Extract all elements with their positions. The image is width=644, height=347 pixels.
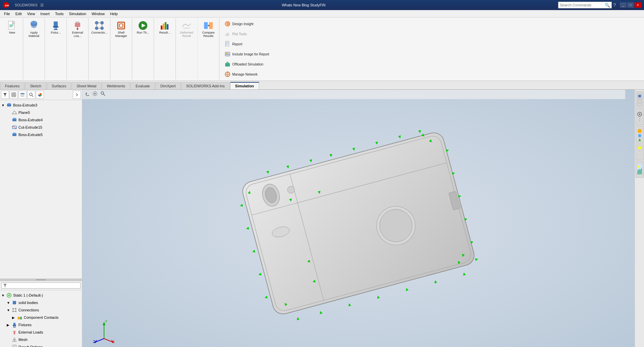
filter-tool[interactable] <box>1 91 9 99</box>
svg-text:▼: ▼ <box>245 225 251 231</box>
sim-icon-connections <box>11 307 17 313</box>
sim-search <box>0 281 82 290</box>
menu-help[interactable]: Help <box>107 10 120 17</box>
svg-rect-87 <box>20 317 22 319</box>
external-loads-button[interactable]: External Loa... <box>69 19 86 39</box>
svg-rect-90 <box>13 325 16 326</box>
close-button[interactable]: ✕ <box>635 2 641 8</box>
menu-window[interactable]: Window <box>89 10 107 17</box>
svg-point-111 <box>101 92 104 94</box>
search-icon[interactable]: 🔍 <box>605 3 610 8</box>
sidebar-divider[interactable] <box>0 278 82 281</box>
tab-dimxpert[interactable]: DimXpert <box>155 82 181 89</box>
zoom-icon[interactable] <box>100 91 107 98</box>
new-button[interactable]: New <box>3 19 21 36</box>
offloaded-simulation-label: Offloaded Simulation <box>232 62 263 66</box>
menu-file[interactable]: File <box>1 10 13 17</box>
toolbar-section-compare: Compare Results <box>198 18 219 80</box>
minimize-button[interactable]: _ <box>620 2 627 8</box>
tree-expand-boss-extrude3[interactable]: ▼ <box>1 103 6 107</box>
tab-weldments[interactable]: Weldments <box>102 82 130 89</box>
tree-icon-plane5 <box>11 110 17 116</box>
toolbar-row-1: i Design Insight <box>222 19 271 28</box>
tab-evaluate[interactable]: Evaluate <box>131 82 155 89</box>
tree-item-boss-extrude5[interactable]: ▶ Boss-Extrude5 <box>1 131 81 138</box>
colorwheel-tool[interactable] <box>36 91 44 99</box>
sim-result-options[interactable]: ▶ Result Options <box>1 343 81 347</box>
svg-text:▼: ▼ <box>308 157 314 164</box>
sim-root-expand[interactable]: ▼ <box>1 294 6 297</box>
rt-display-button[interactable] <box>636 91 644 108</box>
tree-item-plane5[interactable]: ▶ Plane5 <box>1 109 81 116</box>
connections-button[interactable]: Connectio... <box>91 19 108 36</box>
search-box[interactable]: 🔍 <box>558 2 612 8</box>
tree-label-plane5: Plane5 <box>18 111 30 115</box>
shell-manager-button[interactable]: Shell Manager <box>112 19 130 39</box>
menu-simulation[interactable]: Simulation <box>66 10 89 17</box>
tab-solidworks-addins[interactable]: SOLIDWORKS Add-Ins <box>181 82 230 89</box>
tab-sketch[interactable]: Sketch <box>25 82 46 89</box>
search-input[interactable] <box>560 3 603 7</box>
sim-expand-contacts[interactable]: ▶ <box>12 316 17 319</box>
svg-marker-66 <box>12 111 17 114</box>
list-tool[interactable] <box>18 91 27 99</box>
external-loads-label: External Loa... <box>69 31 86 38</box>
tab-features[interactable]: Features <box>0 82 24 89</box>
svg-point-180 <box>638 146 641 149</box>
sim-connections[interactable]: ▼ Connections <box>1 306 81 314</box>
sim-fixtures[interactable]: ▶ Fixtures <box>1 321 81 329</box>
include-image-button[interactable]: Include Image for Report <box>222 50 271 58</box>
results-button[interactable]: Result... <box>156 19 174 36</box>
tab-surfaces[interactable]: Surfaces <box>47 82 71 89</box>
help-icon[interactable]: ? <box>613 2 616 8</box>
restore-button[interactable]: □ <box>627 2 634 8</box>
sim-external-loads[interactable]: ▶ External Loads <box>1 329 81 336</box>
tree-icon-boss-extrude3 <box>6 102 12 108</box>
sim-icon-mesh <box>11 337 17 343</box>
svg-line-167 <box>96 339 104 342</box>
svg-text:▼: ▼ <box>257 271 263 277</box>
table-tool[interactable] <box>10 91 18 99</box>
tree-item-cut-extrude15[interactable]: ▶ Cut-Extrude15 <box>1 124 81 131</box>
menu-view[interactable]: View <box>24 10 38 17</box>
apply-material-button[interactable]: Apply Material <box>25 19 43 39</box>
pan-icon[interactable] <box>92 91 99 98</box>
rt-appearance-button[interactable] <box>636 126 644 143</box>
chevron-tool[interactable] <box>73 91 81 99</box>
menu-tools[interactable]: Tools <box>52 10 66 17</box>
tree-icon-cut-extrude15 <box>11 124 17 130</box>
run-button[interactable]: Run Th... <box>134 19 152 36</box>
tree-item-boss-extrude4[interactable]: ▶ Boss-Extrude4 <box>1 116 81 124</box>
sim-expand-fixtures[interactable]: ▶ <box>7 323 11 327</box>
offloaded-simulation-button[interactable]: Offloaded Simulation <box>222 60 265 69</box>
sim-solid-bodies[interactable]: ▼ solid bodies <box>1 299 81 306</box>
sidebar-tools <box>0 90 82 100</box>
tree-label-cut-extrude15: Cut-Extrude15 <box>18 125 42 129</box>
sim-root[interactable]: ▼ Static 1 (-Default-) <box>1 292 81 299</box>
deformed-icon <box>181 20 192 31</box>
report-button[interactable]: Report <box>222 40 244 48</box>
menu-insert[interactable]: Insert <box>38 10 52 17</box>
svg-rect-32 <box>167 24 168 30</box>
tree-item-boss-extrude3[interactable]: ▼ Boss-Extrude3 <box>1 101 81 109</box>
search-area: 🔍 ? <box>558 2 616 8</box>
menu-edit[interactable]: Edit <box>13 10 24 17</box>
sim-filter-input[interactable] <box>8 284 49 288</box>
sim-expand-connections[interactable]: ▼ <box>7 308 11 312</box>
sim-component-contacts[interactable]: ▶ Component Contacts <box>1 314 81 321</box>
sim-expand-solid[interactable]: ▼ <box>7 301 11 305</box>
tab-simulation[interactable]: Simulation <box>230 82 259 89</box>
compare-results-button[interactable]: Compare Results <box>200 19 217 39</box>
search-tool[interactable] <box>27 91 35 99</box>
rt-view-button[interactable] <box>636 109 644 125</box>
svg-marker-179 <box>638 138 641 141</box>
sim-mesh[interactable]: ▶ Mesh <box>1 336 81 343</box>
fixtures-button[interactable]: Fixtur... <box>47 19 64 36</box>
tab-sheet-metal[interactable]: Sheet Metal <box>71 82 101 89</box>
manage-network-button[interactable]: Manage Network <box>222 70 260 79</box>
compare-icon <box>203 20 214 31</box>
design-insight-button[interactable]: i Design Insight <box>222 19 255 28</box>
rt-lighting-button[interactable] <box>636 143 644 160</box>
rotate-icon[interactable] <box>84 91 91 98</box>
rt-scene-button[interactable] <box>636 161 644 178</box>
